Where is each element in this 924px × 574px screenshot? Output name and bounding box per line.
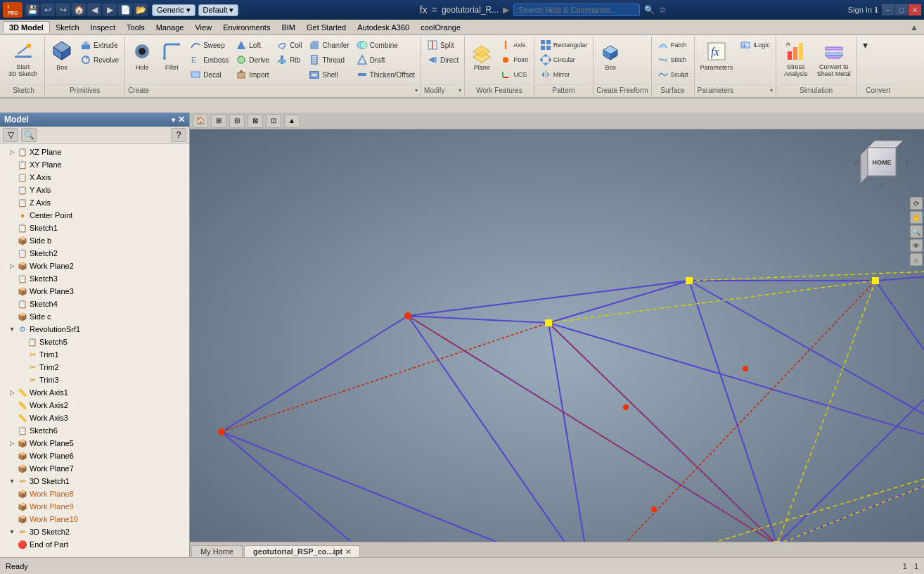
- btn-decal[interactable]: Decal: [187, 68, 231, 82]
- star-icon[interactable]: ☆: [659, 5, 667, 15]
- btn-extrude[interactable]: Extrude: [77, 38, 122, 52]
- tree-item[interactable]: 📦 Side c: [0, 310, 189, 323]
- btn-workpoint[interactable]: Point: [497, 53, 531, 67]
- btn-loft[interactable]: Loft: [233, 38, 272, 52]
- btn-thread[interactable]: Thread: [306, 53, 352, 67]
- fwd-icon[interactable]: ▶: [103, 4, 117, 16]
- back-icon[interactable]: ◀: [87, 4, 101, 16]
- tree-item[interactable]: 📏 Work Axis2: [0, 399, 189, 412]
- btn-thicken[interactable]: Thicken/Offset: [354, 68, 418, 82]
- btn-draft[interactable]: Draft: [354, 53, 418, 67]
- menu-getstarted[interactable]: Get Started: [301, 22, 352, 33]
- menu-3dmodel[interactable]: 3D Model: [3, 21, 50, 33]
- tree-item[interactable]: 📏 Work Axis3: [0, 412, 189, 424]
- btn-shell[interactable]: Shell: [306, 68, 352, 82]
- menu-a360[interactable]: Autodesk A360: [352, 22, 415, 33]
- btn-surface-stitch[interactable]: Stitch: [655, 53, 690, 67]
- menu-manage[interactable]: Manage: [150, 22, 190, 33]
- tree-item[interactable]: 📋 Sketch5: [0, 336, 189, 348]
- btn-plane[interactable]: Plane: [468, 38, 496, 73]
- tree-item[interactable]: ♦ Center Point: [0, 209, 189, 222]
- sign-in-link[interactable]: Sign In: [848, 6, 872, 14]
- search-input[interactable]: [513, 4, 640, 16]
- tree-item[interactable]: ✂ Trim2: [0, 361, 189, 374]
- zoom-button[interactable]: 🔍: [910, 225, 923, 238]
- btn-ucs[interactable]: UCS: [497, 68, 531, 82]
- tab-my-home[interactable]: My Home: [191, 545, 243, 557]
- tree-item[interactable]: 📦 Work Plane9: [0, 500, 189, 513]
- btn-mirror[interactable]: Mirror: [537, 68, 573, 82]
- menu-sketch[interactable]: Sketch: [50, 22, 85, 33]
- btn-surface-sculpt[interactable]: Sculpt: [655, 68, 691, 82]
- look-at-button[interactable]: 👁: [910, 239, 923, 252]
- btn-derive[interactable]: Derive: [233, 53, 272, 67]
- ribbon-collapse-icon[interactable]: ▲: [910, 23, 921, 32]
- tree-item[interactable]: 📋 Sketch4: [0, 298, 189, 310]
- tree-item[interactable]: 📦 Work Plane3: [0, 285, 189, 298]
- panel-close-button[interactable]: ✕: [178, 115, 185, 125]
- tree-item[interactable]: 📦 Work Plane7: [0, 462, 189, 475]
- undo-icon[interactable]: ↩: [41, 4, 55, 16]
- btn-convert-sheet-metal[interactable]: Convert toSheet Metal: [814, 38, 854, 80]
- tree-item[interactable]: 📋 Y Axis: [0, 184, 189, 196]
- tree-item[interactable]: 📋 Z Axis: [0, 196, 189, 209]
- btn-surface-patch[interactable]: Patch: [655, 38, 690, 52]
- btn-fillet[interactable]: Fillet: [158, 38, 186, 73]
- menu-bim[interactable]: BIM: [276, 22, 301, 33]
- tree-item[interactable]: 📦 Work Plane8: [0, 487, 189, 500]
- minimize-button[interactable]: −: [882, 4, 894, 15]
- btn-combine[interactable]: Combine: [354, 38, 418, 52]
- btn-rib[interactable]: Rib: [274, 53, 304, 67]
- btn-chamfer[interactable]: Chamfer: [306, 38, 352, 52]
- modify-expand-icon[interactable]: ▾: [458, 87, 461, 94]
- tree-item[interactable]: ▷ 📏 Work Axis1: [0, 386, 189, 399]
- btn-rectangular-pattern[interactable]: Rectangular: [537, 38, 591, 52]
- tree-item[interactable]: 📦 Work Plane10: [0, 513, 189, 525]
- tree-item[interactable]: ▷ 📋 XZ Plane: [0, 146, 189, 158]
- tree-item[interactable]: ▼ ✏ 3D Sketch2: [0, 525, 189, 538]
- tree-item[interactable]: 📋 X Axis: [0, 171, 189, 184]
- search-button[interactable]: 🔍: [21, 128, 37, 142]
- vp-grid3-btn[interactable]: ⊠: [248, 114, 263, 128]
- close-button[interactable]: ✕: [909, 4, 921, 15]
- tree-item[interactable]: 📋 XY Plane: [0, 158, 189, 171]
- tab-close-icon[interactable]: ✕: [345, 548, 351, 556]
- vp-grid4-btn[interactable]: ⊡: [266, 114, 281, 128]
- vp-grid-btn[interactable]: ⊞: [211, 114, 226, 128]
- btn-box-freeform[interactable]: Box: [596, 38, 624, 73]
- btn-parameters[interactable]: fx Parameters: [698, 38, 736, 73]
- redo-icon[interactable]: ↪: [56, 4, 70, 16]
- nav-cube[interactable]: HOME S E N W: [854, 134, 910, 190]
- panel-dropdown-arrow[interactable]: ▾: [172, 116, 175, 124]
- btn-import[interactable]: Import: [233, 68, 272, 82]
- vp-up-btn[interactable]: ▲: [284, 114, 300, 128]
- tree-item[interactable]: 🔴 End of Part: [0, 538, 189, 551]
- orbit-button[interactable]: ⟳: [910, 197, 923, 210]
- panel-help-button[interactable]: ?: [171, 128, 186, 142]
- tree-item[interactable]: 📋 Sketch2: [0, 247, 189, 260]
- menu-view[interactable]: View: [189, 22, 217, 33]
- menu-coolorange[interactable]: coolOrange: [415, 22, 466, 33]
- tree-item[interactable]: 📦 Work Plane6: [0, 449, 189, 462]
- btn-hole[interactable]: Hole: [128, 38, 156, 73]
- btn-sweep[interactable]: Sweep: [187, 38, 231, 52]
- info-icon[interactable]: ℹ: [875, 6, 878, 15]
- tree-item[interactable]: ▷ 📦 Work Plane2: [0, 260, 189, 272]
- vp-home-btn[interactable]: 🏠: [193, 114, 208, 128]
- btn-workaxis[interactable]: Axis: [497, 38, 531, 52]
- material-dropdown[interactable]: Default ▾: [198, 4, 239, 16]
- vp-grid2-btn[interactable]: ⊟: [229, 114, 245, 128]
- filter-button[interactable]: ▽: [3, 128, 18, 142]
- menu-inspect[interactable]: Inspect: [85, 22, 121, 33]
- search-icon[interactable]: 🔍: [644, 5, 655, 15]
- btn-convert-more[interactable]: ▾: [860, 38, 871, 52]
- btn-start-3d-sketch[interactable]: Start3D Sketch: [6, 38, 41, 80]
- menu-environments[interactable]: Environments: [217, 22, 276, 33]
- pan-button[interactable]: ✋: [910, 211, 923, 224]
- workspace-dropdown[interactable]: Generic ▾: [152, 4, 195, 16]
- btn-ilogic[interactable]: iL iLogic: [737, 38, 773, 52]
- btn-emboss[interactable]: E Emboss: [187, 53, 231, 67]
- btn-coil[interactable]: Coil: [274, 38, 304, 52]
- save-icon[interactable]: 💾: [25, 4, 39, 16]
- restore-button[interactable]: □: [895, 4, 908, 15]
